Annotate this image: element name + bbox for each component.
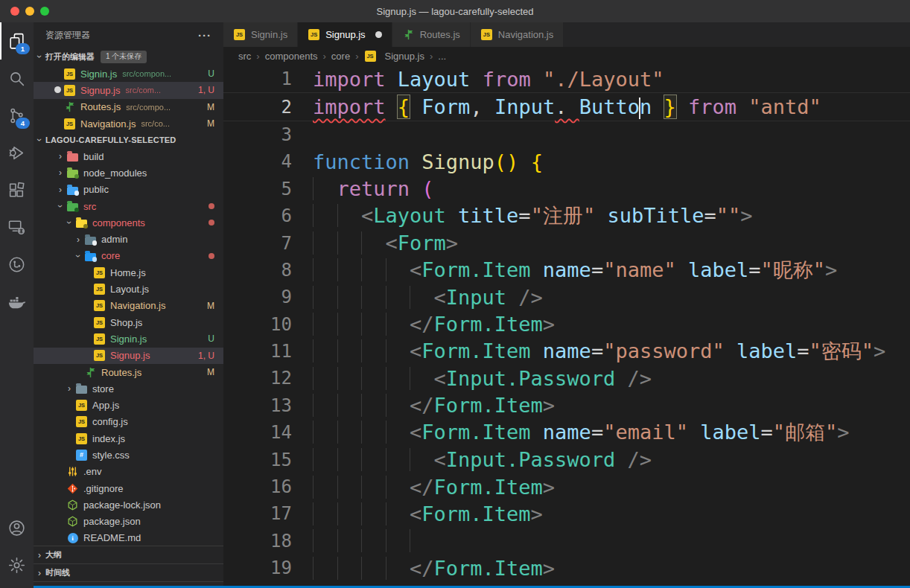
activity-search-button[interactable] [0,60,34,97]
tree-item-package-lock-json[interactable]: package-lock.json [34,496,223,513]
activity-extensions-button[interactable] [0,171,34,208]
file-label: Signup.js [110,350,150,361]
dirty-indicator[interactable] [375,31,382,38]
code-line-9[interactable]: 9 <Input /> [223,284,910,310]
line-content: <Input /> [313,286,543,309]
tab-signup-js[interactable]: JSSignup.js [298,22,392,47]
routing-file-icon [84,366,97,378]
code-line-3[interactable]: 3 [223,121,910,148]
open-editor-item-signup-js[interactable]: JSSignup.jssrc/com...1, U [34,82,223,98]
code-line-6[interactable]: 6 <Layout title="注册" subTitle=""> [223,202,910,229]
tree-item-navigation-js[interactable]: JSNavigation.jsM [34,298,223,314]
tree-item-home-js[interactable]: JSHome.js [34,264,223,281]
tree-item-index-js[interactable]: JSindex.js [34,430,223,447]
tree-item-app-js[interactable]: JSApp.js [34,397,223,413]
sidebar-panel-时间线[interactable]: ›时间线 [34,563,223,581]
more-actions-icon[interactable]: ··· [198,29,211,42]
tab-routes-js[interactable]: Routes.js [392,22,471,47]
tree-item-store[interactable]: ›store [34,380,223,397]
tree-item-readme-md[interactable]: iREADME.md [34,530,223,546]
open-editor-item-navigation-js[interactable]: JSNavigation.jssrc/co...M [34,115,223,132]
tree-item-public[interactable]: ›public [34,182,223,198]
open-editor-item-routes-js[interactable]: Routes.jssrc/compo...M [34,99,223,115]
breadcrumb-separator: › [355,51,358,62]
code-line-5[interactable]: 5 return ( [223,176,910,202]
code-line-1[interactable]: 1import Layout from "./Layout" [223,65,910,92]
workspace-root-header[interactable]: › LAGOU-CAREFULLY-SELECTED [34,132,223,148]
code-line-14[interactable]: 14 <Form.Item name="email" label="邮箱"> [223,419,910,446]
tab-signin-js[interactable]: JSSignin.js [223,22,298,47]
breadcrumb-label: components [265,51,318,62]
tree-item-routes-js[interactable]: Routes.jsM [34,364,223,380]
panel-label: 大纲 [45,549,62,560]
tree-item-package-json[interactable]: package.json [34,514,223,530]
zoom-window-button[interactable] [40,7,49,16]
js-file-icon: JS [480,29,493,41]
tree-item-components[interactable]: ›components [34,214,223,231]
file-path-description: src/com... [125,86,161,95]
activity-source-control-button[interactable]: 4 [0,97,34,134]
tree-item--env[interactable]: .env [34,464,223,480]
routing-file-icon [402,29,415,41]
tree-item-config-js[interactable]: JSconfig.js [34,414,223,430]
activity-account-button[interactable] [0,509,34,546]
code-line-10[interactable]: 10 </Form.Item> [223,311,910,338]
tree-item-layout-js[interactable]: JSLayout.js [34,281,223,297]
code-line-19[interactable]: 19 </Form.Item> [223,555,910,581]
tree-item-admin[interactable]: ›admin [34,231,223,247]
activity-remote-explorer-button[interactable] [0,208,34,246]
tree-item-build[interactable]: ›build [34,148,223,164]
readme-file-icon: i [66,532,79,544]
breadcrumb-item--[interactable]: ... [438,51,446,62]
open-editor-item-signin-js[interactable]: JSSignin.jssrc/compon...U [34,65,223,82]
code-line-12[interactable]: 12 <Input.Password /> [223,365,910,392]
minimize-window-button[interactable] [25,7,34,16]
close-window-button[interactable] [10,7,19,16]
code-line-17[interactable]: 17 <Form.Item> [223,500,910,527]
tree-item-signin-js[interactable]: JSSignin.jsU [34,330,223,347]
file-label: public [83,184,109,195]
code-line-13[interactable]: 13 </Form.Item> [223,392,910,419]
activity-bar: 14 [0,22,34,588]
code-line-4[interactable]: 4function Signup() { [223,148,910,175]
tree-item-signup-js[interactable]: JSSignup.js1, U [34,348,223,364]
line-number: 16 [223,476,292,497]
tab-navigation-js[interactable]: JSNavigation.js [471,22,564,47]
tree-item-src[interactable]: ›src [34,198,223,214]
breadcrumb-item-core[interactable]: core [331,51,350,62]
code-line-15[interactable]: 15 <Input.Password /> [223,446,910,473]
activity-settings-button[interactable] [0,546,34,584]
sidebar-panel-大纲[interactable]: ›大纲 [34,546,223,563]
code-line-11[interactable]: 11 <Form.Item name="password" label="密码"… [223,338,910,365]
git-decoration: 1, U [198,85,214,95]
tree-item-core[interactable]: ›core [34,248,223,264]
code-line-8[interactable]: 8 <Form.Item name="name" label="昵称"> [223,257,910,284]
tree-item-shop-js[interactable]: JSShop.js [34,314,223,330]
activity-explorer-button[interactable]: 1 [0,22,34,60]
activity-docker-button[interactable] [0,283,34,320]
file-label: Signin.js [110,333,147,345]
code-line-2[interactable]: 2import { Form, Input. Button } from "an… [223,92,910,121]
tree-item--gitignore[interactable]: .gitignore [34,480,223,496]
activity-run-debug-button[interactable] [0,134,34,171]
breadcrumb-item-components[interactable]: components [265,51,318,62]
folder-icon [66,200,79,212]
file-label: src [83,201,96,212]
activity-git-graph-button[interactable] [0,246,34,283]
tree-item-style-css[interactable]: #style.css [34,447,223,463]
tree-item-node-modules[interactable]: ›node_modules [34,164,223,181]
folder-icon [84,234,97,246]
code-line-7[interactable]: 7 <Form> [223,229,910,256]
extensions-icon [7,181,26,199]
chevron-right-icon: › [34,568,45,578]
git-decoration: M [207,367,214,377]
js-file-icon: JS [75,416,88,428]
breadcrumb-item-signup-js[interactable]: JSSignup.js [364,51,424,63]
open-editors-header[interactable]: › 打开的编辑器 1 个未保存 [34,48,223,65]
code-line-16[interactable]: 16 </Form.Item> [223,473,910,500]
source-control-badge: 4 [16,118,30,129]
breadcrumb-item-src[interactable]: src [238,51,251,62]
code-line-18[interactable]: 18 [223,528,910,555]
code-editor[interactable]: 1import Layout from "./Layout"2import { … [223,65,910,588]
file-label: store [92,383,114,394]
